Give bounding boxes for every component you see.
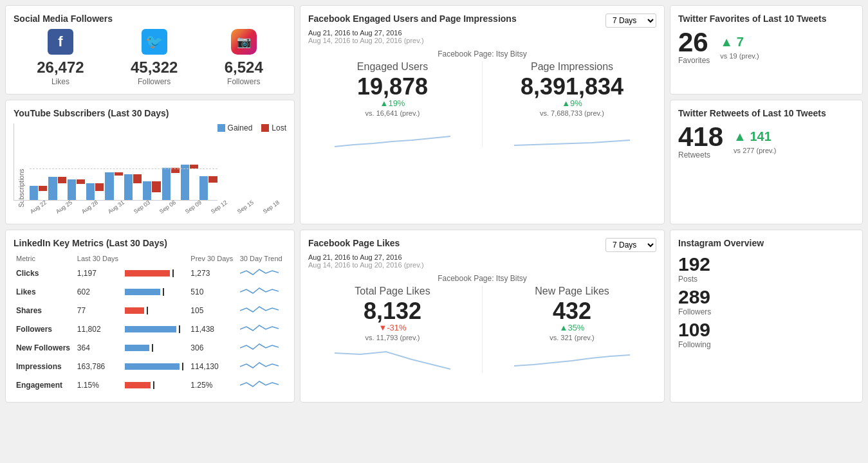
- metric-trend: [237, 320, 286, 338]
- social-icons-row: f 26,472 Likes 🐦 45,322 Followers 📷 6,52…: [14, 29, 286, 86]
- metric-value: 11,802: [75, 320, 122, 338]
- twitter-icon: 🐦: [142, 29, 167, 55]
- metric-bar-cell: [122, 338, 188, 357]
- total-page-likes-value: 8,132: [308, 300, 477, 323]
- new-page-likes-label: New Page Likes: [488, 286, 656, 297]
- metric-trend: [237, 357, 286, 376]
- lost-bar: [133, 174, 142, 183]
- metric-trend: [237, 376, 286, 394]
- lost-bar: [115, 172, 123, 176]
- metric-value: 364: [75, 338, 122, 357]
- total-page-likes-chart: [308, 347, 477, 372]
- total-page-likes-change: ▼-31%: [308, 323, 477, 332]
- fb-likes-dropdown[interactable]: 7 Days 14 Days 30 Days: [605, 238, 656, 252]
- facebook-label: Likes: [51, 77, 69, 86]
- twitter-rt-change-block: ▲ 141 vs 277 (prev.): [734, 129, 776, 154]
- new-page-likes-chart: [488, 347, 656, 372]
- page-impressions-chart: [488, 122, 656, 148]
- table-row: Followers11,80211,438: [14, 320, 286, 338]
- lost-bar: [58, 177, 66, 183]
- lost-bar: [190, 165, 198, 168]
- twitter-rt-metrics: 418 Retweets ▲ 141 vs 277 (prev.): [678, 123, 854, 159]
- linkedin-table: Metric Last 30 Days Prev 30 Days 30 Day …: [14, 253, 286, 394]
- facebook-followers: f 26,472 Likes: [37, 29, 84, 86]
- metric-name: Likes: [14, 282, 75, 301]
- metric-bar-cell: [122, 357, 188, 376]
- fb-likes-page-name: Facebook Page: Itsy Bitsy: [308, 274, 656, 283]
- metric-prev-value: 11,438: [188, 320, 237, 338]
- instagram-following: 109 Following: [678, 319, 854, 349]
- engaged-users-chart: [308, 122, 477, 148]
- twitter-rt-vs: vs 277 (prev.): [734, 147, 776, 154]
- facebook-icon: f: [48, 29, 73, 55]
- instagram-overview-title: Instagram Overview: [678, 238, 854, 248]
- metric-prev-value: 1.25%: [188, 376, 237, 394]
- lost-bar: [208, 176, 217, 183]
- new-page-likes-change: ▲35%: [488, 323, 656, 332]
- new-page-likes-value: 432: [488, 300, 656, 323]
- instagram-overview-card: Instagram Overview 192 Posts 289 Followe…: [670, 230, 863, 403]
- metric-prev-value: 114,130: [188, 357, 237, 376]
- linkedin-col-last30: Last 30 Days: [75, 253, 122, 264]
- engaged-users-label: Engaged Users: [308, 61, 477, 73]
- instagram-followers: 289 Followers: [678, 286, 854, 316]
- instagram-icon: 📷: [231, 29, 257, 55]
- bar-group: [105, 172, 122, 200]
- twitter-fav-vs: vs 19 (prev.): [720, 52, 759, 60]
- fb-likes-divider: [482, 286, 483, 372]
- table-row: Engagement1.15%1.25%: [14, 376, 286, 394]
- fb-engaged-divider: [482, 61, 483, 148]
- youtube-bar-chart: [14, 123, 217, 201]
- instagram-posts-label: Posts: [678, 275, 854, 284]
- facebook-number: 26,472: [37, 59, 84, 77]
- instagram-followers-value: 289: [678, 286, 854, 307]
- fb-engaged-dropdown[interactable]: 7 Days 14 Days 30 Days: [605, 14, 656, 28]
- youtube-chart-container: Subscriptions: [14, 123, 286, 207]
- twitter-fav-change: ▲ 7: [720, 35, 759, 50]
- page-impressions-metric: Page Impressions 8,391,834 ▲9% vs. 7,688…: [488, 61, 656, 148]
- linkedin-col-prev30: Prev 30 Days: [188, 253, 237, 264]
- table-row: New Followers364306: [14, 338, 286, 357]
- metric-bar-cell: [122, 301, 188, 320]
- page-impressions-label: Page Impressions: [488, 61, 656, 73]
- instagram-metrics: 192 Posts 289 Followers 109 Following: [678, 253, 854, 349]
- instagram-followers-label: Followers: [678, 307, 854, 316]
- engaged-users-metric: Engaged Users 19,878 ▲19% vs. 16,641 (pr…: [308, 61, 477, 148]
- instagram-following-label: Following: [678, 340, 854, 349]
- metric-name: Impressions: [14, 357, 75, 376]
- gained-bar: [30, 186, 38, 200]
- table-row: Likes602510: [14, 282, 286, 301]
- fb-likes-metrics: Total Page Likes 8,132 ▼-31% vs. 11,793 …: [308, 286, 656, 372]
- page-impressions-value: 8,391,834: [488, 75, 656, 98]
- social-followers-title: Social Media Followers: [14, 14, 286, 24]
- metric-name: New Followers: [14, 338, 75, 357]
- fb-likes-card: Facebook Page Likes Aug 21, 2016 to Aug …: [300, 230, 665, 403]
- twitter-label: Followers: [138, 77, 171, 86]
- fb-engaged-title: Facebook Engaged Users and Page Impressi…: [308, 14, 517, 24]
- metric-name: Shares: [14, 301, 75, 320]
- metric-bar-cell: [122, 264, 188, 282]
- fb-likes-date-range: Aug 21, 2016 to Aug 27, 2016: [308, 253, 424, 261]
- fb-engaged-date-prev: Aug 14, 2016 to Aug 20, 2016 (prev.): [308, 37, 517, 44]
- metric-prev-value: 306: [188, 338, 237, 357]
- fb-engaged-header: Facebook Engaged Users and Page Impressi…: [308, 14, 656, 44]
- page-impressions-vs: vs. 7,688,733 (prev.): [488, 109, 656, 117]
- youtube-x-labels: Aug 22Aug 25Aug 28Aug 31Sep 03Sep 06Sep …: [14, 208, 286, 216]
- gained-bar: [162, 168, 171, 200]
- metric-name: Followers: [14, 320, 75, 338]
- fb-engaged-date-range: Aug 21, 2016 to Aug 27, 2016: [308, 29, 517, 37]
- twitter-rt-title: Twitter Retweets of Last 10 Tweets: [678, 108, 854, 118]
- twitter-fav-change-block: ▲ 7 vs 19 (prev.): [720, 35, 759, 60]
- new-page-likes-metric: New Page Likes 432 ▲35% vs. 321 (prev.): [488, 286, 656, 372]
- twitter-followers: 🐦 45,322 Followers: [131, 29, 178, 86]
- instagram-posts-value: 192: [678, 253, 854, 275]
- metric-value: 163,786: [75, 357, 122, 376]
- twitter-fav-value: 26: [678, 29, 710, 56]
- twitter-fav-title: Twitter Favorites of Last 10 Tweets: [678, 14, 854, 24]
- engaged-users-vs: vs. 16,641 (prev.): [308, 109, 477, 117]
- fb-engaged-metrics: Engaged Users 19,878 ▲19% vs. 16,641 (pr…: [308, 61, 656, 148]
- engaged-users-change: ▲19%: [308, 98, 477, 108]
- metric-prev-value: 1,273: [188, 264, 237, 282]
- metric-value: 1,197: [75, 264, 122, 282]
- twitter-number: 45,322: [131, 59, 178, 77]
